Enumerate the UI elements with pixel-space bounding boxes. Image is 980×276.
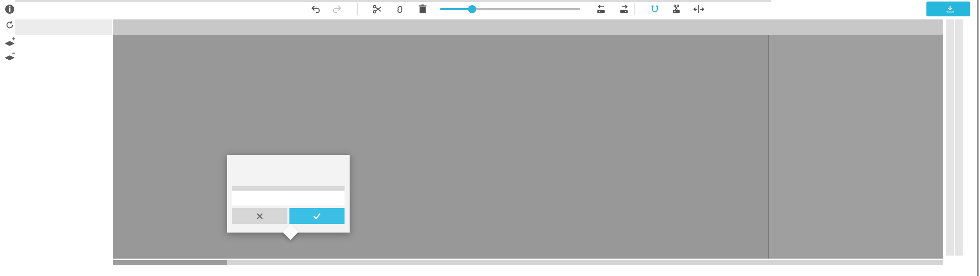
razor-cut-clip-button[interactable] [669,2,684,17]
redo-button[interactable] [330,2,345,17]
export-icon [946,5,954,13]
current-timecode [15,19,112,35]
remove-layer-icon[interactable] [4,51,15,62]
cut-scissors-button[interactable] [370,2,385,17]
horizontal-scrollbar-thumb[interactable] [113,260,227,265]
audio-meter-left [946,19,954,256]
trim-split-button[interactable] [691,2,706,17]
project-end-region [768,35,944,259]
toolbar-separator [634,3,635,15]
publish-button[interactable] [926,2,970,16]
toolbar-separator [357,3,358,15]
horizontal-scrollbar[interactable] [113,260,943,265]
video-editor-timeline [0,0,980,276]
jump-to-start-button[interactable] [594,2,609,17]
add-layer-icon[interactable] [4,37,15,48]
snap-magnet-button[interactable] [647,2,663,17]
jump-to-end-button[interactable] [617,2,632,17]
dialog-input-top-bar [232,186,345,191]
delete-trash-button[interactable] [415,2,430,17]
timeline-zoom-slider-fill [440,8,472,10]
refresh-icon[interactable] [4,19,15,31]
recording-name-input[interactable] [232,191,345,205]
timeline-ruler[interactable] [113,19,943,35]
unlink-button[interactable] [392,2,407,17]
dialog-cancel-button[interactable] [232,208,287,224]
dialog-confirm-button[interactable] [289,208,345,224]
audio-meter-right [955,19,963,256]
x-icon [256,213,263,220]
check-icon [313,213,321,220]
info-icon[interactable] [4,4,15,15]
undo-button[interactable] [308,2,323,17]
panel-right-border [977,0,978,276]
save-recording-dialog [227,155,350,233]
timeline-zoom-slider-thumb[interactable] [468,5,476,13]
